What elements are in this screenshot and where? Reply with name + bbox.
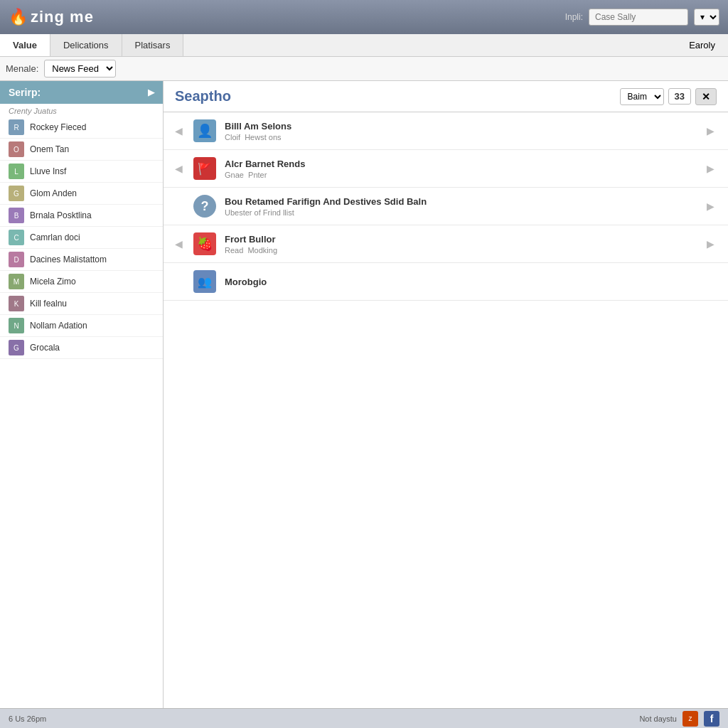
count-badge: 33 — [668, 88, 691, 105]
feed-item-morobgio[interactable]: ◀ 👥 Morobgio — [164, 263, 728, 301]
avatar: C — [9, 230, 24, 245]
feed-item-frort[interactable]: ◀ 🍓 Frort Bullor Read Modking ▶ — [164, 225, 728, 263]
header-right: Inpli: ▾ — [565, 9, 719, 26]
app-logo: 🔥 zing me — [9, 8, 94, 26]
sidebar-item-lluve[interactable]: L Lluve Insf — [0, 161, 163, 183]
status-left-text: 6 Us 26pm — [9, 714, 46, 723]
sidebar-item-rockey[interactable]: R Rockey Fieced — [0, 117, 163, 139]
sidebar-name: Lluve Insf — [30, 166, 66, 176]
sidebar-section-label: Crenty Juatus — [0, 104, 163, 117]
tab-value[interactable]: Value — [0, 34, 50, 56]
avatar: G — [9, 186, 24, 201]
nav-tabs: Value Delications Platisars Earoly — [0, 34, 728, 57]
sidebar-item-camrlan[interactable]: C Camrlan doci — [0, 227, 163, 249]
sidebar-item-kill[interactable]: K Kill fealnu — [0, 293, 163, 315]
sidebar-name: Grocala — [30, 343, 60, 353]
left-arrow-icon: ◀ — [175, 238, 185, 250]
sidebar-item-brnala[interactable]: B Brnala Posktlina — [0, 205, 163, 227]
facebook-status-icon[interactable]: f — [704, 711, 719, 727]
header-dropdown[interactable]: ▾ — [694, 9, 719, 26]
content-header-right: Baim 33 ✕ — [620, 88, 717, 105]
feed-title: Frort Bullor — [225, 234, 698, 245]
app-header: 🔥 zing me Inpli: ▾ — [0, 0, 728, 34]
sidebar-name: Dacines Malistattom — [30, 255, 107, 264]
feed-subtitle: Cloif Hewst ons — [225, 133, 698, 141]
content-title: Seaptho — [175, 88, 611, 105]
menale-label: Menale: — [6, 63, 38, 74]
sidebar-name: Kill fealnu — [30, 299, 67, 309]
right-arrow-icon: ▶ — [707, 163, 717, 174]
avatar: G — [9, 340, 24, 355]
menale-select[interactable]: News Feed All Updates Friends — [44, 60, 116, 77]
tab-earoly[interactable]: Earoly — [676, 34, 728, 56]
feed-title: Morobgio — [225, 277, 717, 287]
feed-icon-flag: 🚩 — [193, 157, 216, 180]
left-arrow-icon: ◀ — [175, 163, 185, 174]
status-right: Not daystu z f — [639, 711, 719, 727]
close-button[interactable]: ✕ — [695, 88, 717, 105]
feed-subtitle: Gnae Pnter — [225, 171, 698, 179]
sidebar-item-micela[interactable]: M Micela Zimo — [0, 271, 163, 293]
avatar: L — [9, 164, 24, 179]
feed-title: Alcr Barnet Rends — [225, 159, 698, 169]
sidebar-name: Micela Zimo — [30, 277, 76, 287]
feed-content: Bou Retamed Farifign And Destives Sdid B… — [225, 196, 698, 217]
sidebar-item-grocala[interactable]: G Grocala — [0, 337, 163, 359]
main-layout: Serirp: ▶ Crenty Juatus R Rockey Fieced … — [0, 81, 728, 708]
feed-icon-strawberry: 🍓 — [193, 232, 216, 255]
sidebar-item-onem[interactable]: O Onem Tan — [0, 139, 163, 161]
tab-delications[interactable]: Delications — [50, 34, 122, 56]
inpi-label: Inpli: — [565, 12, 583, 22]
sidebar-item-nollam[interactable]: N Nollam Adation — [0, 315, 163, 337]
sidebar-name: Nollam Adation — [30, 321, 87, 331]
feed-title: Billl Am Selons — [225, 121, 698, 132]
feed-subtitle: Read Modking — [225, 246, 698, 255]
feed-list: ◀ 👤 Billl Am Selons Cloif Hewst ons ▶ ◀ … — [164, 112, 728, 708]
app-status-icon[interactable]: z — [682, 711, 698, 727]
avatar: R — [9, 119, 24, 135]
sidebar-expand-icon: ▶ — [148, 87, 154, 97]
left-arrow-icon: ◀ — [175, 125, 185, 136]
menale-bar: Menale: News Feed All Updates Friends — [0, 57, 728, 81]
feed-item-bou[interactable]: ◀ ? Bou Retamed Farifign And Destives Sd… — [164, 188, 728, 225]
sidebar-header[interactable]: Serirp: ▶ — [0, 81, 163, 104]
logo-text: zing me — [31, 8, 94, 26]
sidebar-item-dacines[interactable]: D Dacines Malistattom — [0, 249, 163, 271]
avatar: M — [9, 274, 24, 289]
right-arrow-icon: ▶ — [707, 200, 717, 212]
avatar: B — [9, 208, 24, 223]
sidebar-name: Glom Anden — [30, 188, 77, 198]
feed-title: Bou Retamed Farifign And Destives Sdid B… — [225, 196, 698, 207]
tab-platisars[interactable]: Platisars — [122, 34, 184, 56]
sidebar-name: Rockey Fieced — [30, 122, 86, 132]
sidebar-item-glom[interactable]: G Glom Anden — [0, 183, 163, 205]
case-sally-input[interactable] — [589, 9, 688, 26]
filter-select[interactable]: Baim — [620, 88, 664, 105]
status-right-text: Not daystu — [639, 714, 677, 723]
feed-content: Alcr Barnet Rends Gnae Pnter — [225, 159, 698, 179]
avatar: K — [9, 296, 24, 311]
sidebar-header-label: Serirp: — [9, 87, 41, 98]
avatar: O — [9, 141, 24, 157]
feed-icon-profile: 👤 — [193, 119, 216, 142]
sidebar: Serirp: ▶ Crenty Juatus R Rockey Fieced … — [0, 81, 164, 708]
sidebar-name: Camrlan doci — [30, 232, 80, 242]
right-arrow-icon: ▶ — [707, 238, 717, 250]
content-area: Seaptho Baim 33 ✕ ◀ 👤 Billl Am Selons Cl… — [164, 81, 728, 708]
feed-content: Billl Am Selons Cloif Hewst ons — [225, 121, 698, 141]
feed-content: Morobgio — [225, 277, 717, 287]
sidebar-name: Onem Tan — [30, 144, 69, 154]
avatar: N — [9, 318, 24, 333]
feed-item-billl[interactable]: ◀ 👤 Billl Am Selons Cloif Hewst ons ▶ — [164, 112, 728, 150]
feed-icon-group: 👥 — [193, 270, 216, 293]
content-header: Seaptho Baim 33 ✕ — [164, 81, 728, 112]
logo-flame-icon: 🔥 — [9, 8, 28, 26]
feed-content: Frort Bullor Read Modking — [225, 234, 698, 255]
feed-item-alcr[interactable]: ◀ 🚩 Alcr Barnet Rends Gnae Pnter ▶ — [164, 150, 728, 188]
right-arrow-icon: ▶ — [707, 125, 717, 136]
status-bar: 6 Us 26pm Not daystu z f — [0, 708, 728, 728]
avatar: D — [9, 252, 24, 267]
feed-icon-question: ? — [193, 195, 216, 218]
feed-subtitle: Ubester of Frind llist — [225, 208, 698, 217]
sidebar-name: Brnala Posktlina — [30, 210, 92, 220]
